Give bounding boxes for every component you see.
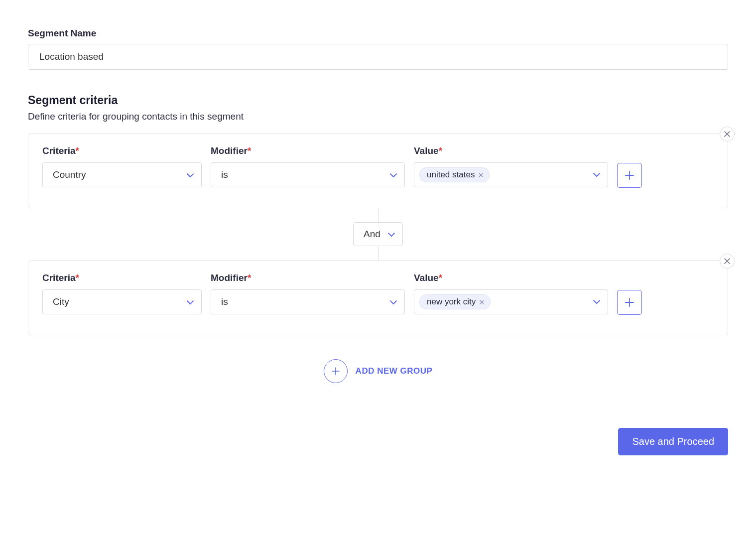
required-mark: * xyxy=(439,273,442,283)
connector-select-value: And xyxy=(364,229,380,239)
value-tag-text: united states xyxy=(427,170,475,180)
modifier-field-label: Modifier* xyxy=(211,145,405,156)
chevron-down-icon xyxy=(389,296,397,307)
modifier-select[interactable]: is xyxy=(211,162,405,187)
segment-name-label: Segment Name xyxy=(28,28,728,39)
required-mark: * xyxy=(248,145,251,156)
value-tag-text: new york city xyxy=(427,297,476,307)
criteria-field-label: Criteria* xyxy=(42,145,202,156)
tag-remove-icon[interactable] xyxy=(478,171,484,179)
required-mark: * xyxy=(248,273,251,283)
add-criteria-button[interactable] xyxy=(617,163,642,188)
required-mark: * xyxy=(76,145,79,156)
close-icon xyxy=(724,258,730,264)
modifier-select-value: is xyxy=(221,296,228,307)
modifier-field-label: Modifier* xyxy=(211,273,405,283)
value-field-label: Value* xyxy=(414,273,608,283)
add-group-circle-icon xyxy=(324,359,348,383)
value-tag: united states xyxy=(419,167,490,182)
group-connector: And xyxy=(28,208,728,260)
value-field-label: Value* xyxy=(414,145,608,156)
criteria-field-label: Criteria* xyxy=(42,273,202,283)
criteria-select-value: Country xyxy=(53,169,86,180)
required-mark: * xyxy=(439,145,442,156)
remove-group-button[interactable] xyxy=(720,127,735,141)
criteria-select[interactable]: Country xyxy=(42,162,202,187)
criteria-group: Criteria* Country Modifier* is Value* un… xyxy=(28,133,728,208)
criteria-group: Criteria* City Modifier* is Value* new y… xyxy=(28,260,728,335)
required-mark: * xyxy=(76,273,79,283)
connector-line xyxy=(378,208,378,222)
tag-remove-icon[interactable] xyxy=(479,298,485,306)
add-new-group-button[interactable]: ADD NEW GROUP xyxy=(28,359,728,383)
plus-icon xyxy=(625,297,634,307)
add-new-group-label: ADD NEW GROUP xyxy=(356,366,433,376)
value-tag: new york city xyxy=(419,294,491,309)
chevron-down-icon xyxy=(387,229,395,240)
criteria-select-value: City xyxy=(53,296,69,307)
modifier-select-value: is xyxy=(221,169,228,180)
value-tag-input[interactable]: united states xyxy=(414,162,608,187)
connector-line xyxy=(378,246,378,260)
chevron-down-icon xyxy=(389,169,397,180)
add-criteria-button[interactable] xyxy=(617,290,642,315)
chevron-down-icon xyxy=(186,296,194,307)
close-icon xyxy=(724,131,730,137)
value-tag-input[interactable]: new york city xyxy=(414,289,608,314)
segment-name-input[interactable] xyxy=(28,44,728,70)
criteria-select[interactable]: City xyxy=(42,289,202,314)
chevron-down-icon xyxy=(593,170,601,179)
chevron-down-icon xyxy=(186,169,194,180)
segment-criteria-heading: Segment criteria xyxy=(28,94,728,107)
footer-actions: Save and Proceed xyxy=(28,428,728,455)
plus-icon xyxy=(331,366,341,376)
connector-select[interactable]: And xyxy=(353,222,403,246)
plus-icon xyxy=(625,170,634,180)
segment-criteria-subheading: Define criteria for grouping contacts in… xyxy=(28,111,728,122)
remove-group-button[interactable] xyxy=(720,254,735,269)
modifier-select[interactable]: is xyxy=(211,289,405,314)
save-and-proceed-button[interactable]: Save and Proceed xyxy=(618,428,728,455)
chevron-down-icon xyxy=(593,297,601,306)
